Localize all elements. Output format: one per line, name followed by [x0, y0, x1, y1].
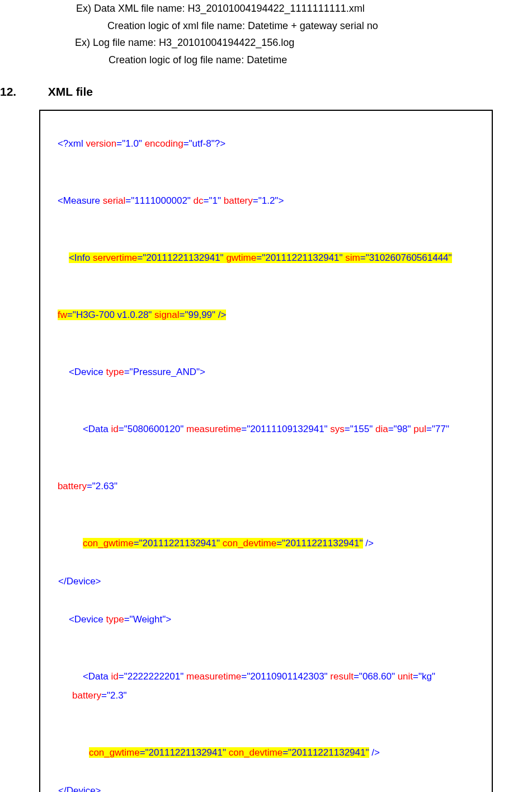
intro-l2: Creation logic of xml file name: Datetim…	[107, 17, 532, 35]
device-close: </Device>	[58, 572, 485, 591]
section-number: 12.	[0, 85, 45, 99]
data-pressure-and-l2: battery="2.63"	[47, 458, 485, 515]
data-weight-l2: con_gwtime="20111221132941" con_devtime=…	[78, 724, 485, 781]
intro-l4: Creation logic of log file name: Datetim…	[109, 51, 532, 69]
info-line2: fw="H3G-700 v1.0.28" signal="99,99" />	[47, 287, 485, 344]
info-line1: <Info servertime="20111221132941" gwtime…	[58, 229, 485, 287]
section-title: XML file	[48, 85, 93, 98]
xml-box: <?xml version="1.0" encoding="utf-8"?> <…	[39, 110, 493, 792]
data-pressure-and-l3: con_gwtime="20111221132941" con_devtime=…	[72, 515, 485, 572]
device-pressure-and-open: <Device type="Pressure_AND">	[58, 344, 485, 401]
intro-l3: Ex) Log file name: H3_20101004194422_156…	[75, 34, 532, 51]
data-weight: <Data id="2222222201" measuretime="20110…	[72, 648, 485, 724]
device-close: </Device>	[58, 781, 485, 792]
data-pressure-and: <Data id="5080600120" measuretime="20111…	[72, 401, 485, 458]
measure-open: <Measure serial="1111000002" dc="1" batt…	[47, 172, 485, 229]
section-header: 12. XML file	[0, 85, 532, 99]
intro-block: Ex) Data XML file name: H3_2010100419442…	[0, 0, 532, 68]
device-weight-open: <Device type="Weight">	[58, 591, 485, 648]
xml-declaration: <?xml version="1.0" encoding="utf-8"?>	[47, 115, 485, 172]
intro-l1: Ex) Data XML file name: H3_2010100419442…	[76, 0, 532, 17]
